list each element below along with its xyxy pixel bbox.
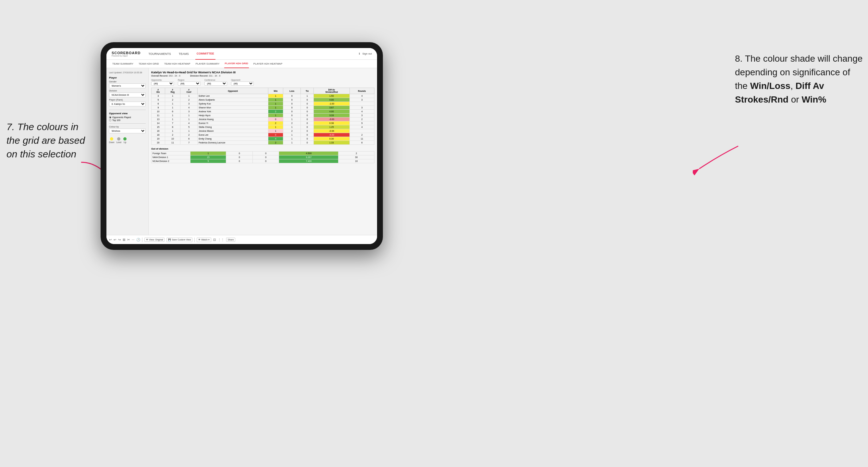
cell-tie: 0 (301, 114, 314, 118)
cell-conf: 6 (180, 137, 197, 141)
sidebar-divider-1 (109, 110, 146, 110)
cell-diff: 0.30 (314, 137, 350, 141)
cell-diff: 1.33 (314, 141, 350, 145)
cell-tie: 0 (252, 155, 279, 159)
cell-opponent: Jessica Mason (197, 129, 268, 133)
sidebar-colour-by-label: Colour by (109, 126, 146, 128)
cell-rounds: 11 (349, 137, 374, 141)
toolbar-share-icon[interactable]: ⊡ (213, 238, 216, 242)
sign-out-link[interactable]: Sign out (363, 52, 372, 55)
cell-div: 5 (152, 98, 165, 102)
sub-nav-team-h2h-grid[interactable]: TEAM H2H GRID (138, 60, 160, 68)
cell-reg: 11 (165, 141, 180, 145)
col-div: #Div (152, 88, 165, 94)
cell-diff: 1.25 (314, 125, 350, 129)
table-row: 14 7 4 Eunice Yi 2 2 0 0.38 9 (152, 121, 374, 125)
cell-diff: -3.00 (314, 118, 350, 121)
cell-opponent: Euna Lee (197, 133, 268, 137)
toolbar-redo[interactable]: ↪ (118, 238, 121, 242)
cell-div: 13 (152, 118, 165, 121)
cell-win: 2 (268, 141, 283, 145)
sub-nav-team-h2h-heatmap[interactable]: TEAM H2H HEATMAP (163, 60, 191, 68)
cell-rounds: 6 (349, 141, 374, 145)
toolbar-more[interactable]: ··· (132, 238, 134, 242)
filter-opponent-select[interactable]: (All) (231, 82, 254, 86)
cell-reg: 6 (165, 110, 180, 114)
sidebar-player-rank-select[interactable]: 8. Katelyn Vo (109, 101, 146, 106)
toolbar-cut[interactable]: ✂ (127, 238, 130, 242)
sub-nav-player-h2h-grid[interactable]: PLAYER H2H GRID (224, 60, 249, 68)
nav-committee[interactable]: COMMITTEE (195, 48, 215, 60)
table-row: 13 1 1 Jessica Huang 0 1 0 -3.00 2 (152, 118, 374, 121)
cell-tie: 0 (301, 110, 314, 114)
sidebar-division-label: Division (109, 90, 146, 92)
filter-conference-select[interactable]: (All) (205, 82, 227, 86)
cell-diff: 4.00 (314, 110, 350, 114)
cell-loss: 0 (283, 110, 301, 114)
cell-rounds: 4 (349, 110, 374, 114)
toolbar-save-custom[interactable]: 💾 Save Custom View (166, 238, 192, 242)
table-row: 6 1 3 Sydney Kuo 1 0 0 -1.00 (152, 102, 374, 106)
sub-nav-player-h2h-heatmap[interactable]: PLAYER H2H HEATMAP (253, 60, 283, 68)
cell-rounds: 9 (349, 121, 374, 125)
cell-opponent: Sydney Kuo (197, 102, 268, 106)
sidebar-colour-by-select[interactable]: Win/loss (109, 128, 146, 133)
colour-dot-down (110, 137, 113, 141)
table-row: 20 11 7 Federica Domecq Lacroze 2 1 0 1.… (152, 141, 374, 145)
cell-loss: 0 (226, 159, 252, 163)
cell-win: 1 (268, 125, 283, 129)
radio-top100[interactable]: Top 100 (109, 119, 146, 121)
nav-teams[interactable]: TEAMS (178, 48, 190, 60)
cell-diff: -1.00 (314, 102, 350, 106)
table-row: 16 1 1 Jessica Mason 1 2 0 -0.94 (152, 129, 374, 133)
logo: SCOREBOARD Powered by clippd (112, 51, 141, 57)
logo-main: SCOREBOARD (112, 51, 141, 55)
sub-nav-player-summary[interactable]: PLAYER SUMMARY (195, 60, 220, 68)
sidebar-gender-select[interactable]: Women's (109, 84, 146, 88)
cell-loss: 2 (283, 121, 301, 125)
cell-win: 0 (268, 118, 283, 121)
cell-loss: 0 (283, 114, 301, 118)
toolbar-watch[interactable]: 👁 Watch ▾ (197, 238, 211, 242)
cell-diff: -0.94 (314, 129, 350, 133)
filter-region-select[interactable]: (All) (178, 82, 200, 86)
cell-rounds (349, 102, 374, 106)
cell-win: 15 (190, 155, 226, 159)
toolbar-share[interactable]: Share (226, 238, 236, 242)
radio-opponents-played-label: Opponents Played (112, 116, 131, 119)
sidebar-division-select[interactable]: NCAA Division III (109, 93, 146, 97)
out-of-division-table: Foreign Team 1 0 0 4.500 2 NAIA Division… (151, 151, 374, 163)
radio-opponents-played[interactable]: Opponents Played (109, 116, 146, 119)
toolbar-undo[interactable]: ↩ (109, 238, 112, 242)
cell-tie: 0 (301, 141, 314, 145)
sub-nav-team-summary[interactable]: TEAM SUMMARY (112, 60, 134, 68)
cell-loss: 1 (283, 118, 301, 121)
filter-opponents-select[interactable]: (All) (151, 82, 174, 86)
cell-reg: 2 (165, 98, 180, 102)
toolbar-clock[interactable]: 🕐 (136, 238, 140, 242)
bottom-toolbar: ↩ ↩ ↪ ⊞ ✂ ··· 🕐 👁 View: Original 💾 Save … (106, 235, 377, 244)
cell-rounds: 10 (338, 159, 374, 163)
toolbar-undo2[interactable]: ↩ (114, 238, 116, 242)
radio-top100-label: Top 100 (112, 119, 120, 121)
cell-opponent: Jessica Huang (197, 118, 268, 121)
app-header: SCOREBOARD Powered by clippd TOURNAMENTS… (106, 48, 377, 60)
toolbar-grid[interactable]: ⊞ (123, 238, 125, 242)
cell-tie: 0 (301, 133, 314, 137)
sidebar-opponent-view-label: Opponent view (109, 112, 146, 115)
nav-tournaments[interactable]: TOURNAMENTS (147, 48, 172, 60)
table-header-row: #Div #Reg #Conf Opponent Win Loss Tie Di… (152, 88, 374, 94)
toolbar-view-original[interactable]: 👁 View: Original (145, 238, 164, 242)
cell-opponent: Sharon Mun (197, 106, 268, 110)
cell-reg: 7 (165, 121, 180, 125)
table-row: 11 1 1 Heejo Hyun 1 0 0 3.33 3 (152, 114, 374, 118)
cell-win: 1 (268, 98, 283, 102)
table-row: 10 6 3 Andrea York 2 0 0 4.00 4 (152, 110, 374, 114)
cell-loss: 1 (283, 141, 301, 145)
cell-win: 1 (268, 114, 283, 118)
cell-tie: 0 (301, 102, 314, 106)
toolbar-grid2[interactable]: ⋮⋮ (218, 238, 224, 242)
cell-loss: 0 (283, 102, 301, 106)
sidebar-player-label: Player (109, 76, 146, 79)
out-of-division-header: Out of division (151, 147, 374, 150)
